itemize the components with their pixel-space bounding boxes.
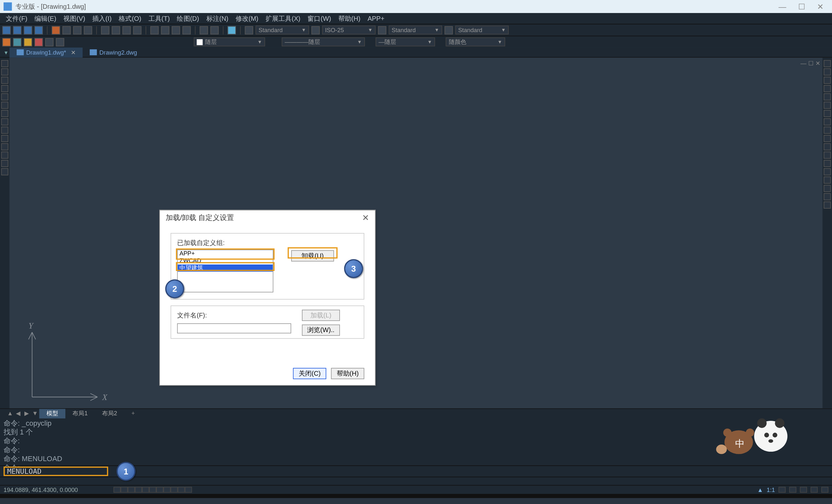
layout2-tab[interactable]: 布局2 [95, 408, 125, 418]
status-icon-c[interactable] [800, 487, 807, 493]
menu-tools[interactable]: 工具(T) [145, 14, 174, 23]
loaded-groups-listbox[interactable]: APP+ ZWCAD 中望建筑 [177, 249, 273, 292]
command-input[interactable] [4, 467, 108, 476]
vp-max[interactable]: ☐ [808, 60, 813, 67]
zoom-window-icon[interactable] [172, 26, 180, 34]
tb2-icon-d[interactable] [34, 38, 43, 46]
tb2-icon-e[interactable] [45, 38, 54, 46]
region-icon[interactable] [1, 135, 8, 142]
menu-ext-tools[interactable]: 扩展工具(X) [262, 14, 304, 23]
polyline-icon[interactable] [1, 68, 8, 75]
color-combo[interactable]: 随颜色▼ [446, 37, 505, 46]
command-history[interactable]: 命令: _copyclip 找到 1 个 命令: 命令: 命令: MENULOA… [0, 418, 832, 465]
line-icon[interactable] [1, 60, 8, 67]
explode-icon[interactable] [824, 152, 831, 159]
spline-icon[interactable] [1, 127, 8, 134]
model-toggle[interactable] [171, 487, 178, 493]
dim-style-combo[interactable]: ISO-25▼ [322, 26, 376, 34]
match-icon[interactable] [84, 26, 92, 34]
menu-edit[interactable]: 编辑(E) [31, 14, 60, 23]
dialog-help-button[interactable]: 帮助(H) [331, 368, 364, 379]
load-button[interactable]: 加载(L) [302, 310, 340, 321]
layout1-tab[interactable]: 布局1 [65, 408, 95, 418]
tb2-icon-a[interactable] [2, 38, 11, 46]
layout-nav-first[interactable]: ▲ [6, 410, 14, 417]
mleader-style-combo[interactable]: Standard▼ [455, 26, 509, 34]
copy-icon[interactable] [62, 26, 71, 34]
unload-button[interactable]: 卸载(U) [291, 250, 334, 262]
menu-file[interactable]: 文件(F) [2, 14, 31, 23]
polar-toggle[interactable] [135, 487, 142, 493]
menu-app-plus[interactable]: APP+ [364, 15, 388, 22]
maximize-button[interactable]: ☐ [798, 2, 805, 11]
ortho-toggle[interactable] [128, 487, 135, 493]
point-icon[interactable] [1, 118, 8, 126]
chamfer-icon[interactable] [824, 135, 831, 142]
ellipse-icon[interactable] [1, 102, 8, 109]
tb2-icon-c[interactable] [24, 38, 32, 46]
layer-b-combo[interactable]: ———— 随层▼ [282, 37, 365, 46]
layer-c-combo[interactable]: — 随层▼ [376, 37, 435, 46]
table-style-combo[interactable]: Standard▼ [389, 26, 442, 34]
snap-toggle[interactable] [113, 487, 121, 493]
menu-draw[interactable]: 绘图(D) [173, 14, 203, 23]
model-tab[interactable]: 模型 [39, 408, 65, 418]
grid-toggle[interactable] [121, 487, 128, 493]
undo-dropdown-icon[interactable] [123, 26, 131, 34]
menu-insert[interactable]: 插入(I) [89, 14, 115, 23]
misc-icon[interactable] [228, 26, 236, 34]
tabs-dropdown-icon[interactable]: ▾ [2, 49, 9, 56]
offset-icon[interactable] [824, 93, 831, 100]
paste-icon[interactable] [73, 26, 82, 34]
save-icon[interactable] [24, 26, 32, 34]
doc-tab-2[interactable]: Drawing2.dwg [83, 47, 144, 57]
break-icon[interactable] [824, 177, 831, 184]
doc-tab-1[interactable]: Drawing1.dwg* ✕ [9, 47, 82, 57]
undo-icon[interactable] [101, 26, 109, 34]
text-style-combo[interactable]: Standard▼ [256, 26, 309, 34]
vp-close[interactable]: ✕ [815, 60, 820, 67]
tb2-icon-b[interactable] [13, 38, 22, 46]
misc-draw-icon[interactable] [1, 168, 8, 176]
print-icon[interactable] [34, 26, 43, 34]
circle-icon[interactable] [1, 77, 8, 84]
ime-indicator[interactable]: 中 [714, 414, 792, 455]
list-item[interactable]: ZWCAD [178, 257, 273, 265]
dialog-close-button[interactable]: 关闭(C) [293, 368, 326, 379]
minimize-button[interactable]: — [778, 2, 786, 11]
rectangle-icon[interactable] [1, 93, 8, 100]
layout-nav-next[interactable]: ▶ [22, 410, 31, 417]
fillet-icon[interactable] [824, 127, 831, 134]
layout-nav-prev[interactable]: ◀ [14, 410, 23, 417]
extra-toggle-b[interactable] [185, 487, 192, 493]
pan-icon[interactable] [151, 26, 159, 34]
redo-icon[interactable] [112, 26, 120, 34]
close-button[interactable]: ✕ [817, 2, 824, 11]
extend-icon[interactable] [824, 118, 831, 126]
cut-icon[interactable] [52, 26, 60, 34]
status-icon-b[interactable] [789, 487, 796, 493]
osnap-toggle[interactable] [142, 487, 149, 493]
menu-help[interactable]: 帮助(H) [335, 14, 364, 23]
extra-toggle-a[interactable] [178, 487, 185, 493]
menu-window[interactable]: 窗口(W) [304, 14, 335, 23]
mirror-icon[interactable] [824, 85, 831, 92]
align-icon[interactable] [824, 193, 831, 200]
text-style-icon[interactable] [245, 26, 253, 34]
erase-icon[interactable] [824, 160, 831, 167]
dyn-toggle[interactable] [156, 487, 163, 493]
new-icon[interactable] [2, 26, 11, 34]
add-layout-tab[interactable]: + [124, 408, 142, 418]
status-icon-d[interactable] [810, 487, 818, 493]
list-item[interactable]: APP+ [178, 250, 273, 257]
menu-dimension[interactable]: 标注(N) [203, 14, 232, 23]
menu-format[interactable]: 格式(O) [115, 14, 145, 23]
layer-a-combo[interactable]: 随层▼ [194, 37, 265, 46]
browse-button[interactable]: 浏览(W).. [302, 325, 340, 336]
status-scale[interactable]: 1:1 [767, 486, 775, 493]
tab-close-icon[interactable]: ✕ [71, 49, 76, 56]
design-center-icon[interactable] [210, 26, 219, 34]
menu-modify[interactable]: 修改(M) [232, 14, 262, 23]
status-icon-e[interactable] [821, 487, 828, 493]
trim-icon[interactable] [824, 110, 831, 117]
